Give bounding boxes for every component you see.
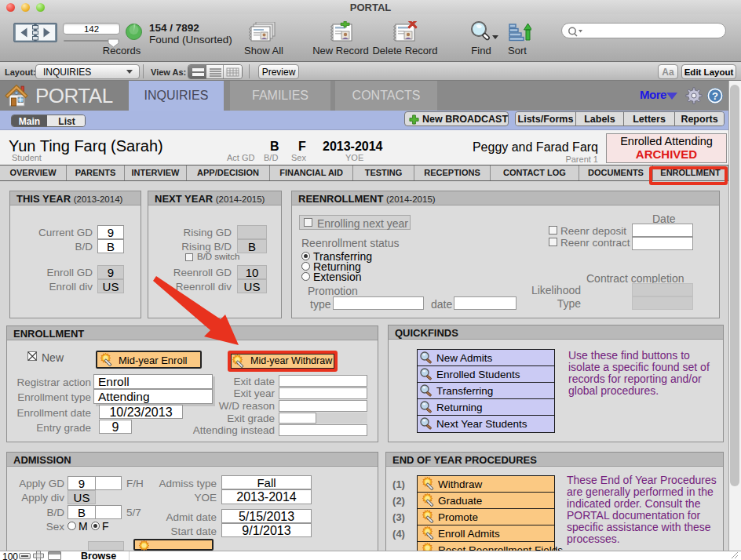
svg-text:?: ? (712, 90, 718, 102)
